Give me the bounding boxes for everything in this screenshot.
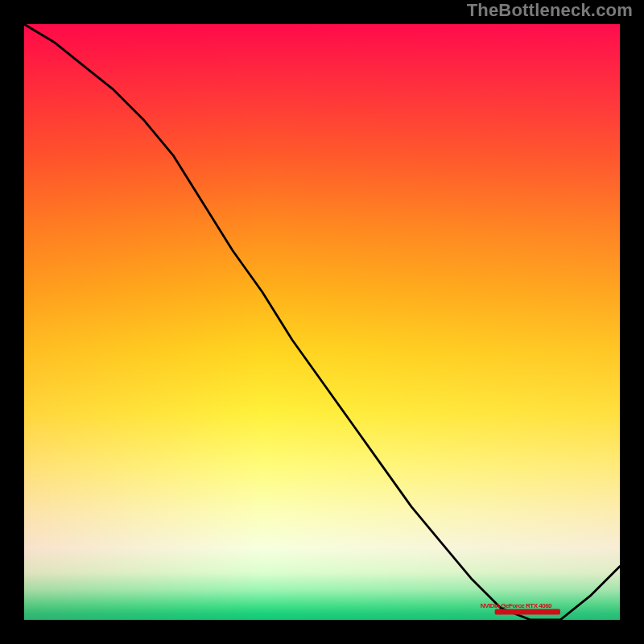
optimum-band-marker: [495, 609, 560, 615]
bottleneck-curve-line: [24, 24, 620, 620]
gpu-annotation: NVIDIA GeForce RTX 4060: [481, 602, 551, 609]
plot-area: NVIDIA GeForce RTX 4060: [24, 24, 620, 620]
attribution-text: TheBottleneck.com: [467, 0, 633, 21]
line-overlay: [24, 24, 620, 620]
chart-root: TheBottleneck.com NVIDIA GeForce RTX 406…: [0, 0, 644, 644]
